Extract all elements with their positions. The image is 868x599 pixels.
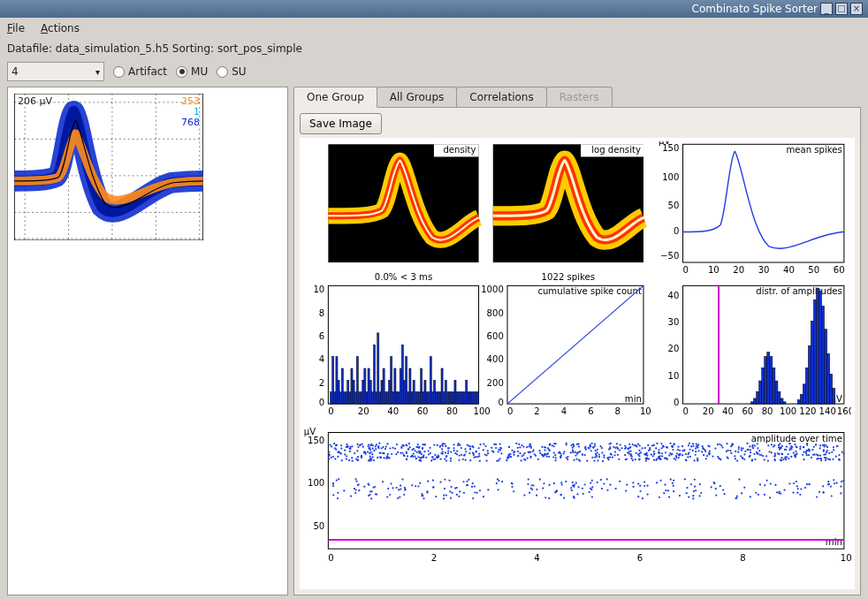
count-blue: 768 — [181, 117, 200, 128]
svg-point-1058 — [513, 490, 514, 492]
svg-point-968 — [376, 444, 377, 445]
svg-point-528 — [692, 445, 694, 447]
svg-point-640 — [335, 444, 337, 446]
svg-point-1209 — [822, 491, 824, 493]
svg-point-1008 — [483, 496, 484, 497]
svg-point-371 — [651, 453, 652, 455]
svg-point-503 — [375, 448, 377, 450]
svg-point-951 — [590, 445, 591, 447]
svg-point-913 — [381, 447, 383, 449]
group-select[interactable]: 4 ▾ — [7, 62, 104, 81]
svg-rect-168 — [780, 398, 783, 404]
svg-text:40: 40 — [783, 265, 795, 275]
svg-rect-114 — [461, 392, 463, 404]
svg-point-1052 — [841, 481, 842, 482]
svg-point-1110 — [479, 489, 481, 491]
svg-point-1158 — [421, 493, 423, 495]
svg-point-1252 — [561, 483, 563, 485]
svg-text:min: min — [826, 537, 842, 547]
svg-point-576 — [396, 444, 398, 445]
svg-point-517 — [465, 451, 467, 452]
svg-point-545 — [669, 443, 671, 444]
svg-point-750 — [570, 444, 572, 446]
svg-point-509 — [597, 449, 598, 451]
svg-point-922 — [719, 458, 720, 459]
svg-point-402 — [400, 452, 401, 454]
menu-file[interactable]: File — [7, 22, 25, 34]
svg-point-1186 — [804, 487, 806, 489]
svg-point-839 — [610, 453, 612, 455]
svg-rect-115 — [464, 392, 466, 404]
svg-point-948 — [356, 450, 358, 451]
svg-point-1257 — [796, 492, 798, 494]
svg-point-848 — [410, 456, 412, 458]
svg-point-945 — [479, 444, 481, 445]
svg-point-1043 — [806, 483, 808, 485]
radio-artifact[interactable]: Artifact — [113, 65, 167, 78]
svg-point-406 — [639, 445, 641, 447]
tab-rasters[interactable]: Rasters — [546, 87, 613, 107]
minimize-icon[interactable]: _ — [820, 3, 833, 15]
svg-point-1068 — [382, 481, 384, 482]
svg-point-376 — [405, 444, 407, 446]
svg-point-850 — [458, 459, 460, 461]
svg-point-789 — [508, 446, 510, 448]
radio-su[interactable]: SU — [217, 65, 246, 78]
svg-rect-80 — [398, 392, 400, 404]
svg-point-1201 — [548, 484, 550, 486]
tab-correlations[interactable]: Correlations — [456, 87, 546, 107]
svg-point-626 — [824, 444, 826, 446]
svg-point-1226 — [528, 478, 529, 480]
svg-point-754 — [392, 447, 393, 449]
svg-text:0: 0 — [328, 553, 333, 563]
close-icon[interactable]: × — [850, 3, 863, 15]
svg-point-498 — [444, 443, 445, 444]
svg-text:80: 80 — [446, 406, 458, 416]
svg-point-705 — [522, 446, 524, 448]
radio-mu[interactable]: MU — [176, 65, 208, 78]
svg-point-541 — [782, 459, 784, 460]
svg-point-710 — [706, 455, 708, 457]
save-image-button[interactable]: Save Image — [300, 113, 382, 134]
svg-point-932 — [758, 450, 760, 451]
svg-point-714 — [591, 457, 593, 459]
svg-text:30: 30 — [668, 317, 680, 327]
svg-text:100: 100 — [780, 406, 796, 416]
svg-point-921 — [537, 459, 539, 460]
svg-point-332 — [601, 452, 603, 454]
svg-point-912 — [372, 456, 374, 458]
svg-point-1126 — [472, 497, 474, 499]
tab-one-group[interactable]: One Group — [293, 87, 377, 108]
svg-point-362 — [529, 445, 530, 447]
svg-point-580 — [566, 443, 567, 444]
svg-rect-118 — [469, 392, 471, 404]
svg-point-744 — [746, 443, 748, 444]
svg-rect-167 — [778, 391, 780, 404]
svg-point-594 — [737, 451, 739, 453]
svg-point-1067 — [536, 489, 537, 490]
svg-point-787 — [655, 459, 657, 461]
svg-point-363 — [373, 459, 375, 461]
svg-rect-58 — [356, 357, 358, 404]
svg-point-628 — [373, 450, 375, 451]
menu-actions[interactable]: Actions — [41, 22, 80, 34]
svg-point-548 — [464, 448, 466, 450]
svg-rect-162 — [765, 357, 767, 404]
svg-point-543 — [752, 447, 754, 449]
svg-point-618 — [491, 450, 493, 451]
svg-text:2: 2 — [319, 378, 324, 388]
svg-point-696 — [495, 447, 497, 449]
svg-point-505 — [752, 444, 754, 446]
svg-point-1146 — [417, 485, 419, 487]
svg-point-830 — [602, 460, 604, 462]
svg-point-719 — [529, 444, 531, 445]
svg-point-459 — [717, 456, 719, 458]
svg-point-648 — [637, 444, 639, 445]
svg-point-669 — [799, 446, 801, 448]
svg-point-1190 — [403, 494, 405, 496]
svg-point-499 — [727, 458, 729, 459]
maximize-icon[interactable]: □ — [835, 3, 848, 15]
svg-point-1176 — [501, 481, 503, 482]
tab-all-groups[interactable]: All Groups — [377, 87, 457, 107]
svg-point-963 — [781, 453, 783, 455]
